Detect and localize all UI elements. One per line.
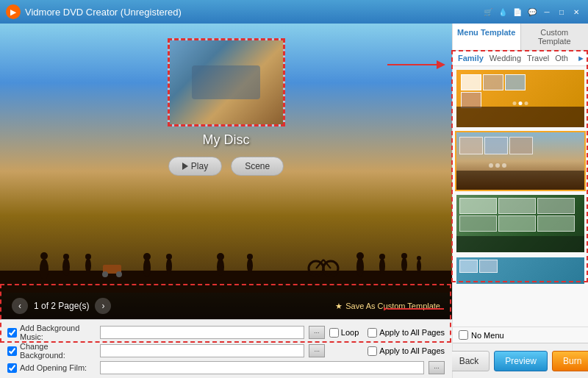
back-button[interactable]: Back: [448, 351, 490, 371]
svg-point-3: [62, 258, 70, 276]
cat-wedding[interactable]: Wedding: [487, 53, 523, 63]
pagination-bar: ‹ 1 of 2 Page(s) › ★ Save As Custom Temp…: [0, 293, 452, 319]
opening-film-label: Add Opening Film:: [7, 363, 96, 373]
category-tabs: Family Wedding Travel Oth ►: [453, 51, 588, 66]
svg-point-27: [401, 253, 407, 259]
window-controls: 🛒 💧 📄 💬 ─ □ ✕: [482, 6, 582, 18]
svg-point-5: [85, 258, 91, 273]
svg-point-10: [143, 258, 151, 277]
bg-music-checkbox[interactable]: [7, 328, 17, 338]
svg-point-26: [401, 257, 407, 272]
svg-point-16: [247, 258, 253, 273]
bottom-controls: Add Background Music: ··· Loop Apply to …: [0, 319, 452, 378]
opening-film-browse-button[interactable]: ···: [429, 361, 445, 374]
change-bg-label: Change Background:: [7, 342, 96, 360]
bg-music-input[interactable]: [100, 326, 304, 339]
svg-point-2: [40, 252, 48, 260]
apply-all-pages-checkbox[interactable]: [368, 328, 377, 338]
right-panel: Menu Template Custom Template Family Wed…: [452, 24, 588, 378]
template-item-2[interactable]: [455, 131, 586, 191]
scene-button[interactable]: Scene: [231, 157, 284, 176]
play-button[interactable]: Play: [168, 157, 222, 176]
save-custom-label: Save As Custom Template: [345, 302, 440, 310]
bg-music-label: Add Background Music:: [7, 324, 96, 341]
apply-all-pages2-label: Apply to All Pages: [379, 346, 445, 355]
template-tabs: Menu Template Custom Template: [453, 24, 588, 51]
opening-film-checkbox[interactable]: [7, 363, 17, 373]
cat-scroll-right[interactable]: ►: [577, 54, 585, 63]
svg-point-22: [356, 257, 364, 277]
template-item-4[interactable]: [455, 256, 586, 285]
svg-point-4: [63, 254, 69, 260]
save-custom-button[interactable]: ★ Save As Custom Template: [335, 302, 440, 311]
app-logo: ▶: [6, 4, 21, 19]
svg-point-14: [217, 258, 224, 276]
cat-other[interactable]: Oth: [553, 53, 570, 63]
disc-name: My Disc: [203, 132, 250, 148]
maximize-button[interactable]: □: [556, 6, 567, 18]
disc-thumbnail: [168, 38, 285, 126]
bg-music-text: Add Background Music:: [20, 324, 96, 341]
svg-point-24: [379, 258, 385, 274]
no-menu-label: No Menu: [471, 331, 504, 340]
svg-point-9: [116, 271, 122, 277]
menu-template-tab[interactable]: Menu Template: [453, 24, 521, 50]
template-item-1[interactable]: [455, 68, 586, 129]
change-bg-browse-button[interactable]: ···: [309, 344, 325, 357]
play-label: Play: [191, 161, 208, 171]
minimize-button[interactable]: ─: [541, 6, 553, 18]
chat-icon[interactable]: 💬: [526, 6, 538, 18]
loop-checkbox[interactable]: [329, 328, 339, 338]
template-item-3[interactable]: [455, 193, 586, 254]
bg-music-browse-button[interactable]: ···: [309, 326, 325, 339]
svg-point-11: [143, 253, 151, 260]
loop-label: Loop: [341, 328, 359, 337]
opening-film-input[interactable]: [100, 361, 424, 374]
action-buttons: Back Preview Burn: [453, 343, 588, 378]
svg-point-23: [356, 252, 364, 260]
no-menu-checkbox[interactable]: [459, 330, 468, 340]
page-indicator: 1 of 2 Page(s): [34, 301, 89, 311]
silhouette-scene: [0, 219, 452, 293]
svg-point-12: [166, 258, 172, 274]
svg-point-6: [85, 254, 91, 260]
apply-all-pages2-checkbox[interactable]: [368, 346, 377, 356]
disc-preview: My Disc Play Scene: [168, 38, 285, 176]
file-icon[interactable]: 📄: [512, 6, 523, 18]
change-bg-checkbox[interactable]: [7, 346, 17, 356]
burn-button[interactable]: Burn: [552, 351, 588, 371]
custom-template-tab[interactable]: Custom Template: [521, 24, 589, 50]
star-icon: ★: [335, 302, 343, 311]
preview-area: My Disc Play Scene: [0, 24, 452, 319]
cat-travel[interactable]: Travel: [525, 53, 551, 63]
preview-button[interactable]: Preview: [494, 351, 548, 371]
svg-point-1: [40, 259, 49, 279]
close-button[interactable]: ✕: [570, 6, 582, 18]
svg-point-25: [379, 254, 385, 260]
apply-all-pages-label: Apply to All Pages: [379, 328, 445, 337]
svg-point-17: [247, 254, 253, 260]
svg-point-15: [217, 253, 224, 260]
cart-icon[interactable]: 🛒: [482, 6, 494, 18]
prev-page-button[interactable]: ‹: [12, 298, 28, 314]
app-title: Vidmore DVD Creator (Unregistered): [25, 7, 482, 18]
svg-point-29: [417, 256, 421, 260]
template-list: [453, 66, 588, 327]
cat-family[interactable]: Family: [456, 53, 486, 63]
next-page-button[interactable]: ›: [95, 298, 111, 314]
svg-point-8: [102, 271, 108, 277]
change-bg-text: Change Background:: [20, 342, 96, 360]
opening-film-text: Add Opening Film:: [20, 363, 87, 372]
no-menu-area: No Menu: [453, 327, 588, 343]
drop-icon[interactable]: 💧: [497, 6, 509, 18]
title-bar: ▶ Vidmore DVD Creator (Unregistered) 🛒 💧…: [0, 0, 588, 24]
svg-point-28: [417, 260, 421, 273]
play-icon: [182, 163, 188, 170]
svg-point-13: [166, 254, 172, 260]
change-bg-input[interactable]: [100, 344, 304, 357]
scene-label: Scene: [245, 161, 270, 171]
